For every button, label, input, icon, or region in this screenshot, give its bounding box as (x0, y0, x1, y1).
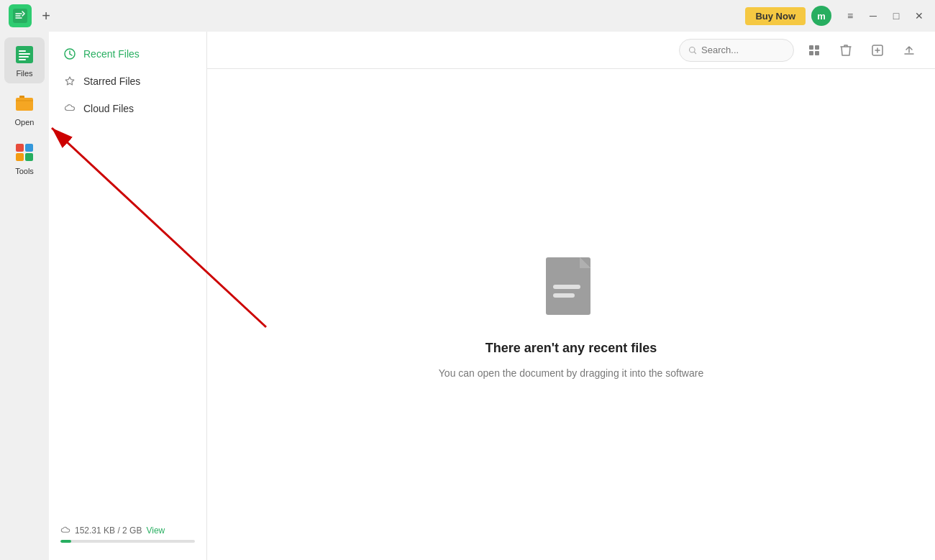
icon-strip: Files Open Tools (0, 32, 49, 560)
svg-rect-7 (16, 144, 24, 152)
add-tab-button[interactable]: + (37, 7, 55, 24)
window-controls: ≡ ─ □ ✕ (843, 9, 926, 23)
svg-rect-13 (809, 45, 813, 50)
app-logo (9, 4, 32, 27)
empty-state-illustration (535, 250, 607, 329)
avatar[interactable]: m (811, 6, 831, 26)
toolbar (207, 32, 935, 69)
files-label: Files (16, 69, 32, 78)
title-bar: + Buy Now m ≡ ─ □ ✕ (0, 0, 935, 32)
storage-bar (60, 540, 195, 543)
sidebar-item-files[interactable]: Files (4, 37, 45, 83)
svg-rect-14 (815, 45, 819, 50)
sidebar-item-open[interactable]: Open (4, 86, 45, 132)
nav-item-cloud[interactable]: Cloud Files (49, 95, 206, 122)
close-button[interactable]: ✕ (912, 9, 926, 23)
cloud-icon (63, 102, 76, 115)
svg-rect-2 (19, 50, 26, 52)
svg-rect-3 (19, 53, 30, 55)
svg-rect-8 (25, 144, 33, 152)
files-icon (13, 43, 36, 66)
nav-panel: Recent Files Starred Files Cloud Files (49, 32, 207, 560)
trash-button[interactable] (834, 39, 857, 62)
app-body: Files Open Tools (0, 32, 935, 560)
search-icon (688, 45, 697, 55)
grid-view-button[interactable] (803, 39, 826, 62)
svg-rect-16 (815, 51, 819, 55)
upload-button[interactable] (898, 39, 921, 62)
open-label: Open (15, 118, 35, 127)
sidebar-item-tools[interactable]: Tools (4, 135, 45, 181)
minimize-button[interactable]: ─ (866, 9, 880, 23)
main-content: There aren't any recent files You can op… (207, 32, 935, 560)
svg-rect-19 (553, 285, 580, 289)
svg-rect-20 (553, 293, 575, 298)
svg-rect-15 (809, 51, 813, 55)
clock-icon (63, 47, 76, 60)
starred-files-label: Starred Files (83, 75, 140, 87)
buy-now-button[interactable]: Buy Now (745, 7, 806, 25)
search-box[interactable] (679, 39, 794, 62)
menu-button[interactable]: ≡ (843, 9, 857, 23)
nav-footer: 152.31 KB / 2 GB View (49, 517, 206, 551)
search-input[interactable] (701, 45, 785, 55)
storage-info: 152.31 KB / 2 GB (75, 525, 142, 536)
new-file-button[interactable] (866, 39, 889, 62)
empty-state-title: There aren't any recent files (485, 341, 657, 356)
svg-rect-9 (16, 153, 24, 161)
cloud-files-label: Cloud Files (83, 103, 134, 114)
star-icon (63, 75, 76, 88)
empty-state: There aren't any recent files You can op… (207, 69, 935, 560)
svg-rect-4 (19, 56, 29, 58)
maximize-button[interactable]: □ (889, 9, 903, 23)
view-storage-link[interactable]: View (146, 525, 165, 536)
tools-icon (13, 141, 36, 164)
svg-rect-5 (19, 59, 26, 60)
open-icon (13, 92, 36, 115)
cloud-storage-icon (60, 525, 70, 536)
nav-item-recent[interactable]: Recent Files (49, 40, 206, 68)
tools-label: Tools (15, 167, 34, 175)
recent-files-label: Recent Files (83, 48, 140, 60)
empty-state-subtitle: You can open the document by dragging it… (439, 367, 703, 379)
svg-rect-6 (16, 98, 33, 111)
storage-bar-fill (60, 540, 71, 543)
nav-item-starred[interactable]: Starred Files (49, 68, 206, 95)
svg-rect-10 (25, 153, 33, 161)
